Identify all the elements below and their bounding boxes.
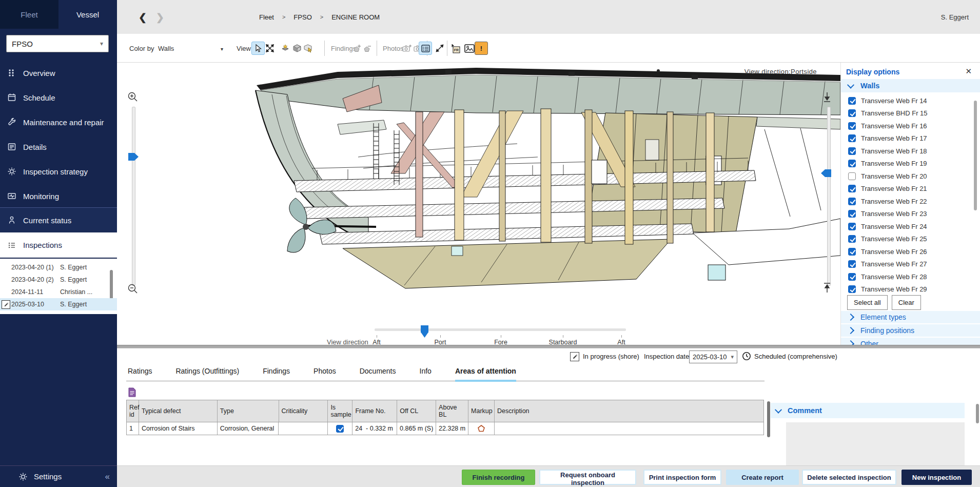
- column-header[interactable]: Markup: [468, 400, 495, 422]
- view-direction-slider-track[interactable]: [375, 328, 626, 331]
- wall-checkbox-item[interactable]: Transverse Web Fr 17: [841, 132, 973, 145]
- 3d-viewer[interactable]: View direction:Portside View direction A…: [117, 63, 840, 345]
- wall-checkbox-item[interactable]: Transverse Web Fr 23: [841, 208, 973, 221]
- select-all-button[interactable]: Select all: [847, 295, 888, 310]
- zoom-slider-track[interactable]: [132, 107, 135, 286]
- horizontal-splitter[interactable]: [117, 345, 980, 348]
- select-element-tool-icon[interactable]: [303, 42, 314, 55]
- tab-findings[interactable]: Findings: [263, 367, 290, 382]
- checkbox-icon[interactable]: [848, 147, 856, 155]
- move-up-icon[interactable]: [822, 282, 833, 294]
- wall-checkbox-item[interactable]: Transverse Web Fr 28: [841, 270, 973, 283]
- checkbox-icon[interactable]: [848, 210, 856, 218]
- delete-selected-inspection-button[interactable]: Delete selected inspection: [802, 470, 896, 485]
- wall-checkbox-item[interactable]: Transverse Web Fr 20: [841, 170, 973, 183]
- tab-documents[interactable]: Documents: [360, 367, 396, 382]
- checkbox-icon[interactable]: [848, 285, 856, 293]
- expand-diagonal-icon[interactable]: [433, 42, 446, 55]
- vessel-select[interactable]: FPSO ▾: [6, 35, 109, 52]
- orbit-tool-icon[interactable]: [280, 42, 291, 55]
- collapsed-section-element-types[interactable]: Element types: [841, 311, 980, 323]
- sidebar-item-current-status[interactable]: Current status: [0, 207, 117, 232]
- wall-checkbox-item[interactable]: Transverse Web Fr 24: [841, 220, 973, 233]
- wall-checkbox-item[interactable]: Transverse BHD Fr 15: [841, 107, 973, 120]
- inspection-list-item[interactable]: 2023-04-20 (2)S. Eggert: [0, 274, 117, 286]
- comment-textarea[interactable]: [786, 422, 965, 467]
- sidebar-item-settings[interactable]: Settings: [0, 465, 117, 487]
- wall-checkbox-item[interactable]: Transverse Web Fr 26: [841, 245, 973, 258]
- inspection-list-item[interactable]: 2023-04-20 (1)S. Eggert: [0, 261, 117, 274]
- wall-checkbox-item[interactable]: Transverse Web Fr 16: [841, 120, 973, 132]
- walls-scrollbar[interactable]: [974, 101, 977, 210]
- wall-checkbox-item[interactable]: Transverse Web Fr 27: [841, 258, 973, 271]
- checkbox-icon[interactable]: [848, 160, 856, 167]
- sidebar-item-inspection-strategy[interactable]: Inspection strategy: [0, 159, 117, 184]
- finish-recording-button[interactable]: Finish recording: [462, 470, 535, 485]
- sidebar-item-schedule[interactable]: Schedule: [0, 85, 117, 110]
- add-row-document-icon[interactable]: [128, 387, 136, 397]
- zoom-in-icon[interactable]: [127, 91, 139, 103]
- column-header[interactable]: Frame No.: [352, 400, 397, 422]
- pentagon-markup-icon[interactable]: [478, 425, 485, 432]
- move-down-icon[interactable]: [822, 91, 833, 103]
- close-icon[interactable]: ✕: [965, 67, 972, 76]
- tab-vessel[interactable]: Vessel: [58, 0, 117, 29]
- checkbox-icon[interactable]: [848, 109, 856, 117]
- wall-checkbox-item[interactable]: Transverse Web Fr 22: [841, 195, 973, 208]
- wall-checkbox-item[interactable]: Transverse Web Fr 25: [841, 233, 973, 246]
- collapsed-section-finding-positions[interactable]: Finding positions: [841, 324, 980, 337]
- wall-checkbox-item[interactable]: Transverse Web Fr 21: [841, 183, 973, 196]
- zoom-fit-tool-button[interactable]: [263, 42, 277, 55]
- chevron-down-icon[interactable]: ▾: [221, 46, 223, 52]
- sidebar-item-inspections[interactable]: Inspections: [0, 232, 117, 258]
- sidebar-item-monitoring[interactable]: Monitoring: [0, 184, 117, 208]
- breadcrumb-fleet[interactable]: Fleet: [259, 13, 274, 21]
- checkbox-icon[interactable]: [848, 172, 856, 180]
- request-onboard-inspection-button[interactable]: Request onboard inspection: [539, 470, 636, 485]
- sidebar-item-maintenance[interactable]: Maintenance and repair: [0, 110, 117, 134]
- column-header[interactable]: Criticality: [279, 400, 328, 422]
- breadcrumb-fpso[interactable]: FPSO: [293, 13, 311, 21]
- forward-arrow-icon[interactable]: ❯: [156, 11, 164, 23]
- breadcrumb-engine-room[interactable]: ENGINE ROOM: [331, 13, 380, 21]
- tab-fleet[interactable]: Fleet: [0, 0, 58, 29]
- checkbox-icon[interactable]: [848, 260, 856, 268]
- tab-photos[interactable]: Photos: [313, 367, 336, 382]
- wall-checkbox-item[interactable]: Transverse Web Fr 14: [841, 94, 973, 107]
- table-view-button[interactable]: [419, 42, 432, 55]
- right-scrollbar[interactable]: [976, 404, 979, 423]
- add-photo-icon[interactable]: [401, 42, 413, 55]
- wall-checkbox-item[interactable]: Transverse Web Fr 18: [841, 145, 973, 158]
- comment-header[interactable]: Comment: [771, 403, 965, 418]
- collapse-sidebar-icon[interactable]: «: [105, 472, 110, 482]
- column-header[interactable]: Off CL: [397, 400, 436, 422]
- new-inspection-button[interactable]: New inspection: [901, 470, 972, 485]
- inspection-date-select[interactable]: 2025-03-10 ▾: [689, 350, 737, 363]
- column-header[interactable]: Is sample: [328, 400, 352, 422]
- sidebar-item-details[interactable]: Details: [0, 134, 117, 159]
- column-header[interactable]: Ref id: [127, 400, 139, 422]
- tab-info[interactable]: Info: [420, 367, 432, 382]
- pan-slider-track[interactable]: [827, 107, 831, 286]
- checkbox-icon[interactable]: [848, 198, 856, 205]
- tab-ratings-outfittings-[interactable]: Ratings (Outfittings): [175, 367, 239, 382]
- column-header[interactable]: Type: [218, 400, 279, 422]
- checkbox-icon[interactable]: [848, 235, 856, 243]
- color-by-select[interactable]: Walls: [158, 45, 174, 52]
- checkbox-icon[interactable]: [848, 273, 856, 281]
- checkbox-icon[interactable]: [848, 223, 856, 230]
- column-header[interactable]: Above BL: [436, 400, 468, 422]
- checkbox-icon[interactable]: [848, 248, 856, 256]
- table-row[interactable]: 1Corrosion of StairsCorrosion, General24…: [126, 422, 764, 435]
- warning-toggle-button[interactable]: !: [475, 42, 488, 55]
- print-inspection-form-button[interactable]: Print inspection form: [643, 470, 721, 485]
- cube-view-icon[interactable]: [291, 42, 303, 55]
- tab-ratings[interactable]: Ratings: [128, 367, 152, 382]
- add-finding-icon[interactable]: [352, 42, 362, 55]
- is-sample-checkbox[interactable]: [336, 425, 344, 433]
- back-arrow-icon[interactable]: ❮: [139, 11, 147, 23]
- clear-button[interactable]: Clear: [892, 295, 921, 310]
- sidebar-item-overview[interactable]: Overview: [0, 61, 117, 85]
- inspection-list-item[interactable]: 2024-11-11Christian ...: [0, 286, 117, 298]
- zoom-out-icon[interactable]: [127, 283, 139, 295]
